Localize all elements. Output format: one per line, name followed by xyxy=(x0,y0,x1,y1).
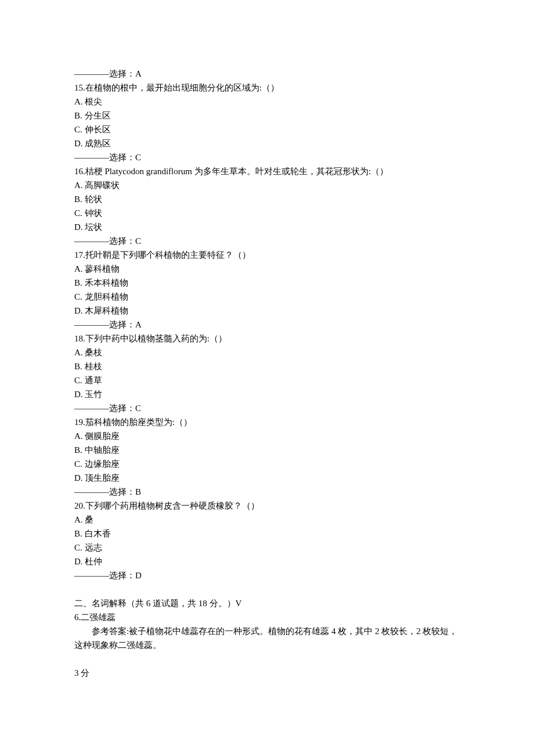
q17-option-c: C. 龙胆科植物 xyxy=(74,290,460,304)
q15-option-a: A. 根尖 xyxy=(74,95,460,109)
q17-option-d: D. 木犀科植物 xyxy=(74,304,460,318)
q17-stem: 17.托叶鞘是下列哪个科植物的主要特征？（） xyxy=(74,248,460,262)
q20-option-a: A. 桑 xyxy=(74,513,460,527)
q15-option-c: C. 伸长区 xyxy=(74,123,460,136)
q16-option-a: A. 高脚碟状 xyxy=(74,178,460,192)
q18-option-d: D. 玉竹 xyxy=(74,387,460,401)
q16-option-d: D. 坛状 xyxy=(74,220,460,234)
q16-option-c: C. 钟状 xyxy=(74,206,460,220)
q14-answer: ————选择：A xyxy=(74,67,460,81)
q18-option-c: C. 通草 xyxy=(74,373,460,387)
q15-option-d: D. 成熟区 xyxy=(74,136,460,150)
q20-stem: 20.下列哪个药用植物树皮含一种硬质橡胶？（） xyxy=(74,499,460,513)
q20-option-c: C. 远志 xyxy=(74,541,460,555)
term6-label: 6.二强雄蕊 xyxy=(74,610,460,624)
q20-answer: ————选择：D xyxy=(74,568,460,582)
q18-option-a: A. 桑枝 xyxy=(74,345,460,359)
q16-option-b: B. 轮状 xyxy=(74,192,460,206)
q19-answer: ————选择：B xyxy=(74,485,460,499)
points-label: 3 分 xyxy=(74,666,460,680)
q15-answer: ————选择：C xyxy=(74,150,460,164)
q17-answer: ————选择：A xyxy=(74,318,460,332)
q20-option-d: D. 杜仲 xyxy=(74,555,460,568)
q18-option-b: B. 桂枝 xyxy=(74,359,460,373)
term6-answer: 参考答案:被子植物花中雄蕊存在的一种形式。植物的花有雄蕊 4 枚，其中 2 枚较… xyxy=(74,624,460,652)
q15-option-b: B. 分生区 xyxy=(74,109,460,123)
q20-option-b: B. 白木香 xyxy=(74,527,460,541)
q19-option-d: D. 顶生胎座 xyxy=(74,471,460,485)
q17-option-a: A. 蓼科植物 xyxy=(74,262,460,276)
section2-header: 二、名词解释（共 6 道试题，共 18 分。）V xyxy=(74,596,460,610)
q18-answer: ————选择：C xyxy=(74,401,460,415)
q18-stem: 18.下列中药中以植物茎髓入药的为:（） xyxy=(74,332,460,345)
q19-stem: 19.茄科植物的胎座类型为:（） xyxy=(74,415,460,429)
q19-option-b: B. 中轴胎座 xyxy=(74,443,460,457)
q19-option-c: C. 边缘胎座 xyxy=(74,457,460,471)
q16-stem: 16.桔梗 Platycodon grandiflorum 为多年生草本。叶对生… xyxy=(74,164,460,178)
q17-option-b: B. 禾本科植物 xyxy=(74,276,460,290)
q19-option-a: A. 侧膜胎座 xyxy=(74,429,460,443)
q15-stem: 15.在植物的根中，最开始出现细胞分化的区域为:（） xyxy=(74,81,460,95)
q16-answer: ————选择：C xyxy=(74,234,460,248)
